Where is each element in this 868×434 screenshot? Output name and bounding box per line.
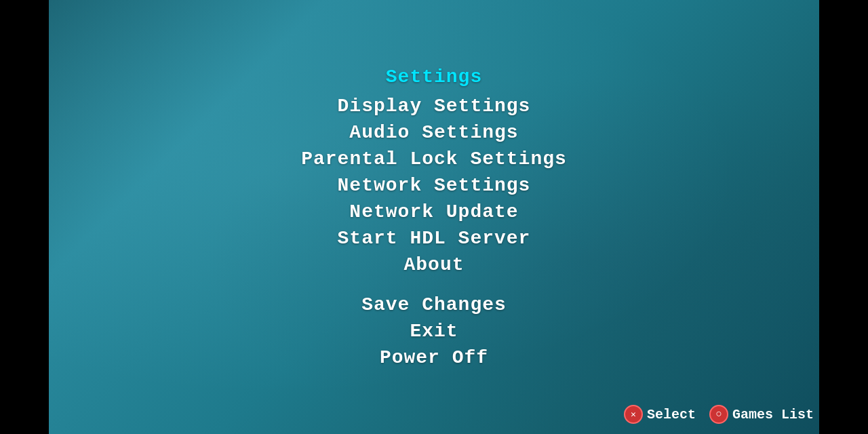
menu-item-save-changes[interactable]: Save Changes — [348, 292, 520, 318]
menu-item-network-settings[interactable]: Network Settings — [324, 172, 545, 199]
circle-button[interactable] — [709, 405, 728, 424]
x-button[interactable] — [624, 405, 643, 424]
menu-item-display-settings[interactable]: Display Settings — [324, 93, 545, 119]
left-bar — [0, 0, 49, 434]
bottom-controls: Select Games List — [624, 405, 814, 424]
menu-item-start-hdl-server[interactable]: Start HDL Server — [324, 225, 545, 252]
menu-item-parental-lock-settings[interactable]: Parental Lock Settings — [288, 146, 580, 172]
menu-item-about[interactable]: About — [390, 252, 477, 278]
games-list-label: Games List — [732, 407, 814, 422]
right-bar — [819, 0, 868, 434]
menu-item-audio-settings[interactable]: Audio Settings — [336, 119, 532, 146]
select-control[interactable]: Select — [624, 405, 696, 424]
menu-item-network-update[interactable]: Network Update — [336, 199, 532, 225]
main-screen: Settings Display Settings Audio Settings… — [0, 0, 868, 434]
menu-item-power-off[interactable]: Power Off — [366, 344, 502, 371]
menu-title: Settings — [372, 64, 496, 90]
menu-container: Settings Display Settings Audio Settings… — [288, 64, 580, 371]
select-label: Select — [647, 407, 696, 422]
games-list-control[interactable]: Games List — [709, 405, 814, 424]
menu-item-exit[interactable]: Exit — [396, 318, 471, 344]
